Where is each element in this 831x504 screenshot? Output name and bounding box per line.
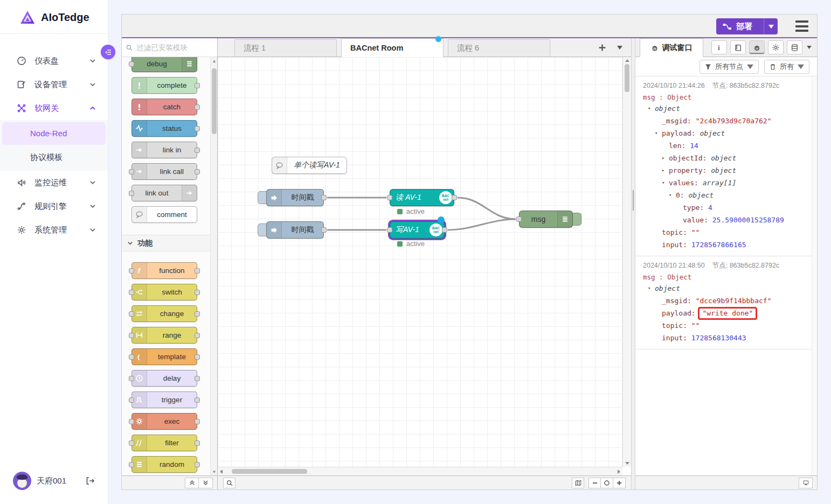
sidebar-item-system-management[interactable]: 系统管理 [0,218,108,242]
palette-node-complete[interactable]: complete [131,77,197,94]
bacnet-write-node[interactable]: 写AV-1 BACnet [390,221,445,239]
palette-node-template[interactable]: {template [131,348,197,365]
palette-node-random[interactable]: random [131,456,197,473]
help-tab-button[interactable] [730,40,746,54]
palette-node-filter[interactable]: filter [131,435,197,451]
palette-category-function[interactable]: 功能 [122,235,210,251]
bacnet-read-node[interactable]: 读 AV-1 BACnet [390,189,454,206]
expand-all-categories-button[interactable] [199,478,213,488]
sidebar-item-soft-gateway[interactable]: 软网关 [0,96,108,120]
sidebar-item-protocol-template[interactable]: 协议模板 [2,146,106,169]
sidebar-splitter[interactable] [631,38,635,489]
add-flow-button[interactable] [597,43,607,53]
zoom-out-button[interactable] [588,478,601,488]
debug-tab-button[interactable] [749,40,765,54]
main-menu-button[interactable] [795,20,808,32]
palette-node-exec[interactable]: exec [131,413,197,430]
debug-scrollbar[interactable] [812,76,817,475]
expand-arrow-icon[interactable]: ▸ [662,152,664,164]
navigator-map-button[interactable] [572,478,584,488]
palette-node-status[interactable]: status [131,120,197,137]
collapse-arrow-icon[interactable]: ▾ [662,177,664,189]
search-flows-button[interactable] [223,478,236,488]
change-icon [132,306,147,321]
output-port[interactable] [452,195,457,200]
palette-node-label: status [147,124,197,132]
scroll-up-arrow[interactable]: ▲ [211,57,217,65]
palette-search-input[interactable] [136,43,213,52]
splitter-handle[interactable] [633,190,634,211]
palette-node-link-out[interactable]: link out [131,185,197,201]
palette-node-delay[interactable]: delay [131,370,197,387]
badge-text: BAC [432,226,440,230]
sidebar-item-device-management[interactable]: 设备管理 [0,73,108,96]
palette-node-range[interactable]: range [131,327,197,344]
palette-node-trigger[interactable]: trigger [131,391,197,408]
palette-node-switch[interactable]: switch [131,284,197,300]
sidebar-item-rule-engine[interactable]: 规则引擎 [0,194,108,218]
info-tab-button[interactable]: i [711,40,727,54]
flow-list-caret-button[interactable] [616,45,624,51]
palette-node-function[interactable]: ffunction [131,262,197,279]
input-port[interactable] [387,195,392,200]
status-dot-icon [397,209,403,214]
scroll-right-arrow[interactable] [618,470,620,474]
input-port[interactable] [387,227,392,233]
sidebar-item-node-red[interactable]: Node-Red [2,122,106,145]
palette-scrollbar[interactable]: ▲ ▼ [210,57,217,475]
expand-arrow-icon[interactable]: ▸ [662,164,664,177]
output-port[interactable] [321,195,327,200]
logout-button[interactable] [84,475,96,487]
canvas-horizontal-scrollbar[interactable] [218,467,622,475]
flow-canvas[interactable]: 单个读写AV-1 时间戳 时间戳 读 AV-1 [218,57,631,475]
sidebar-item-label: 设备管理 [34,80,89,90]
comment-node[interactable]: 单个读写AV-1 [272,157,347,174]
tab-flow-6[interactable]: 流程 6 [448,39,550,57]
deploy-caret-icon[interactable] [764,18,778,34]
inject-node-1[interactable]: 时间戳 [266,189,324,206]
scroll-left-arrow[interactable] [220,470,223,474]
sidebar-item-monitor-ops[interactable]: 监控运维 [0,171,108,194]
scrollbar-thumb[interactable] [212,68,217,134]
output-port[interactable] [442,227,447,233]
deploy-button[interactable]: 部署 [716,18,778,34]
palette-node-link-call[interactable]: link call [131,163,197,180]
tab-debug-window[interactable]: 调试窗口 [640,38,703,57]
tab-flow-1[interactable]: 流程 1 [234,39,337,57]
config-nodes-tab-button[interactable] [768,40,784,54]
collapse-arrow-icon[interactable]: ▾ [648,282,650,295]
filter-nodes-button[interactable]: 所有节点 [700,60,759,74]
palette-node-link-in[interactable]: link in [131,142,197,158]
comment-bubble-icon [272,157,287,173]
collapse-arrow-icon[interactable]: ▾ [669,189,671,201]
inject-node-2[interactable]: 时间戳 [266,221,324,239]
palette-node-comment[interactable]: comment [131,206,197,223]
avatar[interactable] [13,472,31,490]
wire[interactable] [458,198,516,219]
palette-node-label: switch [147,288,197,296]
collapse-arrow-icon[interactable]: ▾ [648,102,650,115]
collapse-arrow-icon[interactable]: ▾ [655,127,657,139]
tab-bacnet-room[interactable]: BACnet Room [341,38,444,57]
palette-node-catch[interactable]: catch [131,99,197,115]
open-in-window-button[interactable] [799,478,813,488]
clear-messages-button[interactable]: 所有 [764,60,809,74]
collapse-all-categories-button[interactable] [185,478,199,488]
sidebar-tabs-caret-button[interactable] [806,45,813,50]
zoom-reset-button[interactable] [601,478,613,488]
chevron-down-icon [798,64,804,70]
debug-msg-node[interactable]: msg [519,211,573,228]
context-data-tab-button[interactable] [787,40,802,54]
debug-line: value: 25.59000015258789 [642,214,804,226]
palette-node-change[interactable]: change [131,305,197,322]
sidebar-collapse-button[interactable] [101,45,115,59]
output-port[interactable] [321,227,327,233]
zoom-in-button[interactable] [613,478,626,488]
scrollbar-thumb[interactable] [232,469,307,474]
sidebar-item-dashboard[interactable]: 仪表盘 [0,49,108,73]
palette-node-debug[interactable]: debug [131,57,197,72]
badge-text: BAC [442,194,449,198]
scroll-down-arrow[interactable]: ▼ [211,468,217,475]
wire[interactable] [448,219,516,230]
input-port[interactable] [516,216,522,222]
